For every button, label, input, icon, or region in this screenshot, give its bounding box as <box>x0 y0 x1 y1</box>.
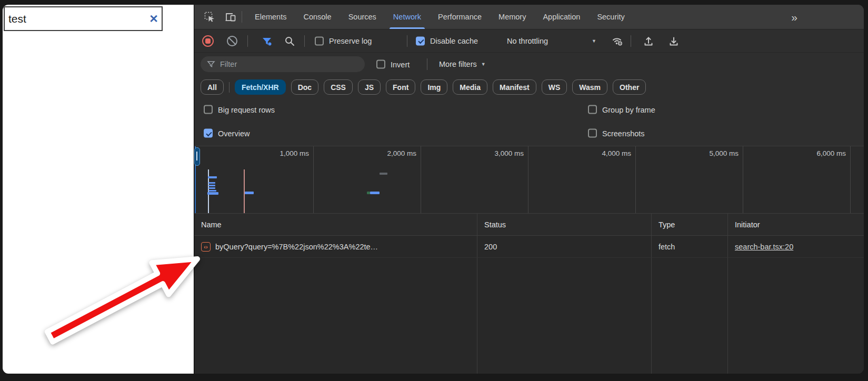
group-by-frame-label: Group by frame <box>602 105 655 114</box>
tab-sources[interactable]: Sources <box>340 5 385 29</box>
checkbox-box <box>315 36 324 45</box>
invert-filter-checkbox[interactable]: Invert <box>376 60 410 69</box>
request-row-type[interactable]: fetch <box>652 236 728 258</box>
column-header-name[interactable]: Name <box>194 214 477 236</box>
toolbar-divider <box>631 35 631 47</box>
chip-fetch-xhr[interactable]: Fetch/XHR <box>235 79 286 95</box>
browser-window: ✕ <box>3 5 864 374</box>
timeline-selection-handle[interactable] <box>194 147 200 166</box>
throttling-select[interactable]: No throttling ▼ <box>507 37 596 45</box>
timeline-gridline <box>850 146 851 213</box>
tab-application[interactable]: Application <box>534 5 588 29</box>
funnel-icon <box>207 60 215 68</box>
preserve-log-checkbox[interactable]: Preserve log <box>315 36 372 45</box>
tab-elements[interactable]: Elements <box>246 5 295 29</box>
search-input[interactable] <box>5 13 146 25</box>
network-toolbar: Preserve log Disable cache No throttling… <box>194 29 864 53</box>
filter-placeholder: Filter <box>220 60 237 68</box>
chevron-down-icon: ▼ <box>481 62 486 67</box>
network-overview-timeline[interactable]: 1,000 ms2,000 ms3,000 ms4,000 ms5,000 ms… <box>194 146 864 213</box>
request-row-initiator[interactable]: search-bar.tsx:20 <box>728 236 864 258</box>
chip-manifest[interactable]: Manifest <box>493 79 536 95</box>
more-filters-label: More filters <box>439 60 477 68</box>
clear-network-log-icon[interactable] <box>227 36 237 46</box>
import-har-icon[interactable] <box>642 34 655 48</box>
options-row-2: Overview Screenshots <box>194 121 864 146</box>
more-filters-button[interactable]: More filters ▼ <box>439 60 486 68</box>
timeline-tick-label: 6,000 ms <box>741 149 846 157</box>
toolbar-divider <box>304 35 305 47</box>
request-type-chips: All Fetch/XHR Doc CSS JS Font Img Media … <box>194 76 864 98</box>
tab-console[interactable]: Console <box>295 5 340 29</box>
record-network-log-button[interactable] <box>202 35 214 47</box>
checkbox-box <box>588 105 597 114</box>
timeline-request-bar <box>208 185 215 186</box>
table-filler <box>652 258 728 374</box>
overview-label: Overview <box>218 129 250 137</box>
timeline-request-bar <box>245 192 254 194</box>
tab-performance[interactable]: Performance <box>430 5 490 29</box>
timeline-request-bar <box>208 190 216 192</box>
chip-divider <box>229 82 230 93</box>
chevron-down-icon: ▼ <box>592 38 596 44</box>
chip-font[interactable]: Font <box>386 79 415 95</box>
timeline-request-bar <box>207 192 218 195</box>
invert-label: Invert <box>391 60 410 68</box>
request-row-name[interactable]: ‹› byQuery?query=%7B%22json%22%3A%22te… <box>194 236 477 258</box>
timeline-tick-label: 3,000 ms <box>418 149 524 157</box>
filter-input[interactable]: Filter <box>201 56 365 72</box>
timeline-request-bar <box>370 192 380 194</box>
tab-network[interactable]: Network <box>385 5 430 29</box>
group-by-frame-checkbox[interactable]: Group by frame <box>588 105 655 114</box>
big-request-rows-checkbox[interactable]: Big request rows <box>204 105 275 114</box>
chip-js[interactable]: JS <box>358 79 381 95</box>
table-filler <box>728 258 864 374</box>
options-row-1: Big request rows Group by frame <box>194 98 864 121</box>
clear-search-icon[interactable]: ✕ <box>146 13 162 25</box>
chip-wasm[interactable]: Wasm <box>572 79 607 95</box>
timeline-tick-label: 5,000 ms <box>633 149 739 157</box>
column-header-type[interactable]: Type <box>652 214 728 236</box>
timeline-request-bar <box>208 187 215 189</box>
device-toolbar-icon[interactable] <box>224 10 237 24</box>
chip-media[interactable]: Media <box>453 79 487 95</box>
chip-ws[interactable]: WS <box>542 79 567 95</box>
requests-table: Name Status Type Initiator ‹› byQuery?qu… <box>194 213 864 374</box>
checkbox-box <box>376 60 385 69</box>
export-har-icon[interactable] <box>667 34 681 48</box>
page-search-box: ✕ <box>4 6 163 31</box>
disable-cache-checkbox[interactable]: Disable cache <box>416 36 478 45</box>
timeline-request-bar <box>208 182 215 184</box>
column-header-status[interactable]: Status <box>477 214 652 236</box>
network-conditions-icon[interactable] <box>611 34 624 48</box>
toolbar-divider <box>407 35 407 47</box>
inspect-element-icon[interactable] <box>203 10 216 24</box>
column-header-initiator[interactable]: Initiator <box>728 214 864 236</box>
request-row-status[interactable]: 200 <box>477 236 652 258</box>
table-filler <box>477 258 652 374</box>
tab-memory[interactable]: Memory <box>490 5 534 29</box>
initiator-link[interactable]: search-bar.tsx:20 <box>735 243 793 251</box>
screenshots-checkbox[interactable]: Screenshots <box>588 129 645 138</box>
toolbar-divider <box>427 58 427 70</box>
checkbox-box <box>204 129 213 138</box>
overview-checkbox[interactable]: Overview <box>204 129 250 138</box>
fetch-xhr-icon: ‹› <box>201 242 211 252</box>
chip-css[interactable]: CSS <box>324 79 353 95</box>
toolbar-divider <box>247 35 248 47</box>
throttling-value: No throttling <box>507 37 548 45</box>
chip-all[interactable]: All <box>201 79 224 95</box>
chip-doc[interactable]: Doc <box>291 79 318 95</box>
filter-toggle-icon[interactable] <box>260 34 274 48</box>
request-name: byQuery?query=%7B%22json%22%3A%22te… <box>215 243 378 251</box>
chip-img[interactable]: Img <box>421 79 447 95</box>
table-filler <box>194 258 477 374</box>
checkbox-box <box>204 105 213 114</box>
preserve-log-label: Preserve log <box>329 37 372 45</box>
tab-security[interactable]: Security <box>588 5 633 29</box>
more-tabs-icon[interactable]: » <box>791 5 797 29</box>
big-request-rows-label: Big request rows <box>218 105 275 114</box>
search-network-icon[interactable] <box>283 34 296 48</box>
tabbar-icons <box>194 5 237 29</box>
chip-other[interactable]: Other <box>613 79 646 95</box>
